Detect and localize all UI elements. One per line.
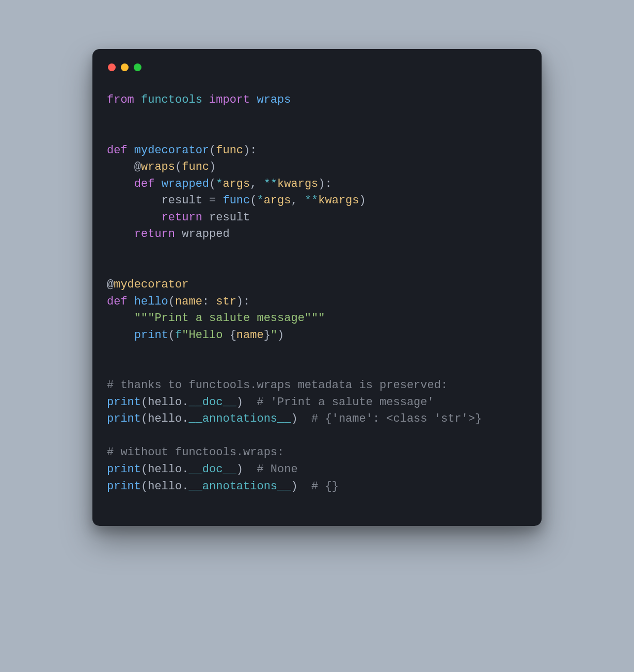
identifier: wrapped [182,228,229,241]
dunder-attr: __annotations__ [188,480,291,493]
type-annotation: str [216,295,236,308]
keyword-def: def [107,144,128,157]
decorator-name: mydecorator [114,278,188,291]
func-name: mydecorator [134,144,209,157]
keyword-import: import [209,93,250,106]
call: print [107,412,141,425]
zoom-icon[interactable] [134,63,141,71]
dot: . [182,480,188,493]
punct: , [250,178,263,190]
window-controls [107,63,527,71]
func-name: hello [134,295,168,308]
param: kwargs [277,178,318,190]
comment: # None [243,463,298,476]
string: " [271,329,277,342]
identifier: hello [148,412,182,425]
decorator-name: wraps [141,161,175,173]
comment: # without functools.wraps: [107,446,284,459]
close-icon[interactable] [108,63,116,71]
punct: ): [236,295,250,308]
call: func [223,194,250,207]
star: * [257,194,263,207]
dunder-attr: __doc__ [188,396,236,409]
dot: . [182,412,188,425]
punct: ( [168,295,175,308]
punct: ( [168,329,175,342]
operator: = [202,194,223,207]
dot: . [182,463,188,476]
punct: ) [359,194,366,207]
identifier: hello [148,463,182,476]
punct: ( [175,161,182,173]
param: name [175,295,202,308]
comment: # {} [298,480,339,493]
punct: ( [141,412,148,425]
call: print [107,480,141,493]
call: print [134,329,168,342]
identifier: result [209,211,250,224]
punct: ) [291,412,297,425]
punct: ): [318,178,331,190]
punct: ( [141,480,148,493]
func-name: wrapped [162,178,209,190]
punct: ) [236,396,243,409]
keyword-from: from [107,93,134,106]
string: "Hello [182,329,229,342]
param: args [264,194,291,207]
punct: : [202,295,216,308]
module-name: functools [141,93,202,106]
param: args [223,178,250,190]
comment: # {'name': <class 'str'>} [298,412,482,425]
comment: # 'Print a salute message' [243,396,434,409]
punct: ( [250,194,257,207]
dot: . [182,396,188,409]
punct: ( [141,396,148,409]
call: print [107,396,141,409]
comment: # thanks to functools.wraps metadata is … [107,379,448,392]
docstring: """Print a salute message""" [134,312,325,325]
punct: ( [141,463,148,476]
minimize-icon[interactable] [121,63,129,71]
keyword-def: def [134,178,155,190]
param: kwargs [318,194,359,207]
param: func [182,161,209,173]
imported-name: wraps [257,93,291,106]
keyword-return: return [162,211,202,224]
punct: ( [209,178,216,190]
double-star: ** [264,178,277,190]
dunder-attr: __doc__ [188,463,236,476]
f-prefix: f [175,329,182,342]
identifier: result [162,194,202,207]
keyword-def: def [107,295,128,308]
code-block: from functools import wraps def mydecora… [107,92,527,495]
decorator-at: @ [134,161,141,173]
decorator-at: @ [107,278,114,291]
dunder-attr: __annotations__ [188,412,291,425]
double-star: ** [305,194,318,207]
punct: ): [243,144,257,157]
punct: ) [209,161,216,173]
brace: { [230,329,236,342]
punct: , [291,194,304,207]
brace: } [264,329,271,342]
identifier: name [236,329,264,342]
identifier: hello [148,396,182,409]
keyword-return: return [134,228,175,241]
star: * [216,178,223,190]
punct: ( [209,144,216,157]
call: print [107,463,141,476]
punct: ) [291,480,297,493]
param: func [216,144,243,157]
identifier: hello [148,480,182,493]
code-window: from functools import wraps def mydecora… [92,49,542,526]
punct: ) [277,329,284,342]
punct: ) [236,463,243,476]
